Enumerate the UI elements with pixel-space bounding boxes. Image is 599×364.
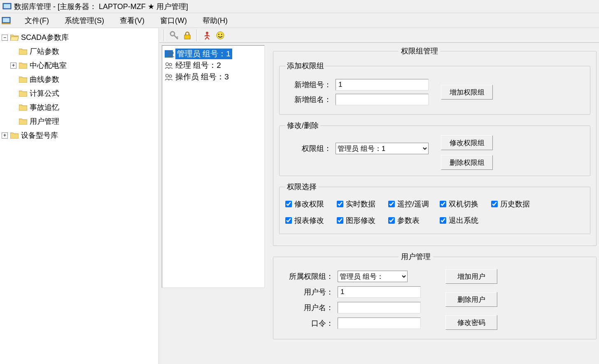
svg-marker-8: [19, 63, 27, 69]
smiley-icon[interactable]: [214, 30, 226, 41]
tree-node-formula[interactable]: 计算公式: [2, 86, 156, 100]
menu-app-icon: [2, 16, 11, 25]
menu-view[interactable]: 查看(V): [117, 14, 148, 27]
user-group-label: 所属权限组：: [279, 271, 333, 281]
modify-group-button[interactable]: 修改权限组: [441, 135, 493, 150]
perm-check-realtime[interactable]: 实时数据: [337, 199, 388, 209]
menu-window[interactable]: 窗口(W): [157, 14, 190, 27]
svg-marker-13: [10, 133, 19, 139]
tree-label: SCADA参数库: [21, 32, 69, 42]
menu-system[interactable]: 系统管理(S): [61, 14, 107, 27]
tree-node-accident[interactable]: 事故追忆: [2, 100, 156, 114]
key-icon[interactable]: [168, 30, 180, 41]
window-title: 数据库管理 - [主服务器： LAPTOP-MZF ★ 用户管理]: [14, 2, 188, 12]
svg-point-32: [169, 75, 172, 77]
user-mgmt-title: 用户管理: [399, 252, 433, 262]
svg-point-27: [168, 51, 170, 54]
svg-marker-9: [19, 77, 27, 83]
tree-label: 用户管理: [30, 116, 59, 126]
tree-label: 事故追忆: [30, 102, 59, 112]
new-group-name-label: 新增组名：: [285, 95, 331, 104]
user-id-input[interactable]: [338, 286, 421, 298]
add-group-button[interactable]: 增加权限组: [441, 85, 493, 100]
list-item[interactable]: 经理 组号：2: [164, 60, 263, 71]
tree-node-user-mgmt[interactable]: 用户管理: [2, 114, 156, 128]
list-item-label: 操作员 组号：3: [175, 72, 229, 82]
perm-check-report[interactable]: 报表修改: [285, 216, 337, 225]
user-name-input[interactable]: [338, 302, 421, 313]
user-group-select[interactable]: 管理员 组号：: [338, 271, 408, 282]
edit-group-fieldset: 修改/删除 权限组： 管理员 组号：1: [279, 121, 590, 176]
folder-icon: [19, 76, 27, 83]
folder-icon: [19, 118, 27, 125]
tree-node-station[interactable]: 厂站参数: [2, 44, 156, 58]
users-icon: [165, 73, 173, 81]
perm-check-exit[interactable]: 退出系统: [440, 216, 491, 225]
lock-icon[interactable]: [182, 30, 193, 41]
svg-marker-10: [19, 91, 27, 97]
folder-icon: [19, 104, 27, 111]
perm-check-remote[interactable]: 遥控/遥调: [388, 199, 440, 209]
list-item-label: 经理 组号：2: [175, 60, 221, 71]
list-item[interactable]: 管理员 组号：1: [164, 48, 263, 60]
tree-label: 曲线参数: [30, 74, 59, 84]
tree-node-device-lib[interactable]: + 设备型号库: [2, 128, 156, 142]
tree-label: 计算公式: [30, 88, 59, 98]
perm-check-modify[interactable]: 修改权限: [285, 199, 337, 209]
tree-node-scada[interactable]: − SCADA参数库: [2, 30, 156, 44]
folder-icon: [10, 132, 19, 139]
add-user-button[interactable]: 增加用户: [445, 269, 497, 284]
svg-marker-6: [10, 37, 19, 41]
svg-point-31: [166, 74, 169, 77]
svg-point-26: [221, 34, 222, 35]
add-group-title: 添加权限组: [285, 61, 326, 71]
group-mgmt-fieldset: 权限组管理 添加权限组 新增组号： 新增组名：: [273, 46, 597, 246]
perm-select-title: 权限选择: [285, 182, 318, 192]
list-item[interactable]: 操作员 组号：3: [164, 71, 263, 83]
group-select-label: 权限组：: [285, 144, 331, 153]
group-select[interactable]: 管理员 组号：1: [336, 143, 429, 154]
svg-marker-11: [19, 105, 27, 111]
title-bar: 数据库管理 - [主服务器： LAPTOP-MZF ★ 用户管理]: [0, 0, 599, 13]
svg-marker-7: [19, 49, 27, 55]
svg-point-24: [217, 32, 224, 39]
perm-check-dual[interactable]: 双机切换: [440, 199, 491, 209]
folder-open-icon: [10, 34, 19, 41]
menu-help[interactable]: 帮助(H): [199, 14, 231, 27]
svg-rect-4: [2, 23, 11, 24]
group-list[interactable]: 管理员 组号：1 经理 组号：2 操作员 组号：3: [162, 45, 265, 288]
password-label: 口令：: [279, 318, 333, 328]
new-group-id-input[interactable]: [336, 79, 429, 90]
new-group-id-label: 新增组号：: [285, 80, 331, 90]
tree-toggle-plus-icon[interactable]: +: [2, 132, 8, 139]
password-input[interactable]: [338, 318, 421, 329]
tree-label: 中心配电室: [30, 60, 67, 70]
tree-node-curve[interactable]: 曲线参数: [2, 72, 156, 86]
new-group-name-input[interactable]: [336, 94, 429, 105]
menu-file[interactable]: 文件(F): [21, 14, 52, 27]
menu-bar: 文件(F) 系统管理(S) 查看(V) 窗口(W) 帮助(H): [0, 13, 599, 28]
toolbar: [159, 28, 599, 43]
tree-toggle-plus-icon[interactable]: +: [10, 63, 16, 69]
app-icon: [2, 3, 12, 10]
svg-point-29: [166, 63, 169, 66]
perm-check-history[interactable]: 历史数据: [491, 199, 543, 209]
svg-point-30: [169, 63, 172, 66]
add-group-fieldset: 添加权限组 新增组号： 新增组名：: [279, 61, 590, 115]
users-icon: [165, 62, 173, 69]
modify-password-button[interactable]: 修改密码: [445, 315, 497, 330]
toolbar-sep: [196, 29, 198, 42]
tree-node-power-room[interactable]: + 中心配电室: [2, 58, 156, 72]
svg-marker-12: [19, 119, 27, 125]
tree-panel: − SCADA参数库 厂站参数 + 中心配电室 曲线参数: [0, 28, 159, 364]
svg-point-18: [206, 32, 208, 34]
delete-user-button[interactable]: 删除用户: [445, 292, 497, 307]
delete-group-button[interactable]: 删除权限组: [441, 155, 493, 170]
perm-check-graphic[interactable]: 图形修改: [337, 216, 388, 225]
tree-toggle-minus-icon[interactable]: −: [2, 35, 8, 41]
edit-group-title: 修改/删除: [285, 121, 320, 130]
person-icon[interactable]: [201, 30, 213, 41]
users-icon: [165, 50, 173, 58]
user-name-label: 用户名：: [279, 303, 333, 313]
perm-check-param[interactable]: 参数表: [388, 216, 440, 225]
